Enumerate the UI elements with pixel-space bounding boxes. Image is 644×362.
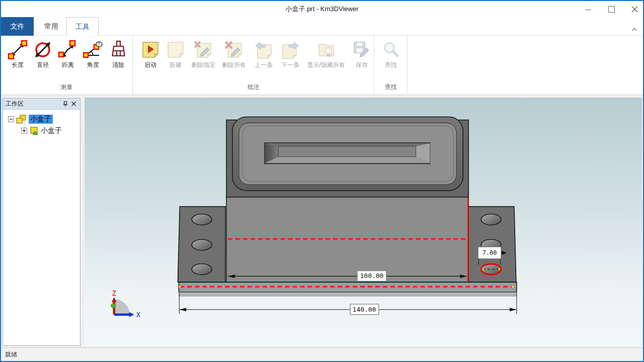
diameter-button[interactable]: 直径 — [30, 36, 55, 82]
note-delete-icon — [193, 40, 213, 59]
annotation-next-button[interactable]: 下一条 — [278, 36, 302, 82]
part-icon — [29, 126, 39, 136]
app-window: 小盒子.prt - Km3DViewer 文件 常用 工具 — [0, 0, 644, 362]
annotation-save-button[interactable]: 保存 — [350, 36, 374, 82]
annotate-group-label: 批注 — [133, 82, 374, 95]
maximize-button[interactable] — [608, 6, 615, 13]
dimension-100-label: 100.00 — [360, 272, 384, 280]
find-group-label: 查找 — [374, 82, 407, 95]
axis-z-label: Z — [112, 289, 116, 297]
ribbon-group-measure: 长度 直径 — [1, 36, 133, 95]
tree-item-root[interactable]: 小盒子 — [8, 114, 53, 124]
annotation-delete-selected-button[interactable]: 删除指定 — [188, 36, 219, 82]
annotation-new-button[interactable]: 新建 — [163, 36, 188, 82]
tab-file[interactable]: 文件 — [1, 17, 34, 36]
status-bar: 就绪 — [1, 347, 643, 361]
tree-item-child[interactable]: 小盒子 — [21, 126, 62, 136]
note-new-icon — [166, 40, 186, 59]
close-icon — [631, 6, 638, 13]
note-delete-all-icon — [224, 40, 244, 59]
window-title: 小盒子.prt - Km3DViewer — [1, 1, 643, 17]
chevron-up-icon — [632, 27, 637, 32]
maximize-icon — [608, 6, 615, 13]
main-area: 工作区 — [1, 95, 643, 347]
close-button[interactable] — [631, 6, 638, 13]
title-bar: 小盒子.prt - Km3DViewer — [1, 1, 643, 17]
expand-expander-icon[interactable] — [21, 128, 27, 134]
distance-measure-icon — [58, 40, 78, 59]
collapse-expander-icon[interactable] — [8, 116, 14, 122]
workspace-tree: 小盒子 小盒子 — [3, 113, 80, 345]
tab-tools[interactable]: 工具 — [66, 17, 99, 36]
note-previous-icon — [254, 40, 274, 59]
note-play-icon — [140, 40, 160, 59]
annotation-delete-all-button[interactable]: 删除所有 — [219, 36, 250, 82]
note-next-icon — [280, 40, 300, 59]
workspace-panel-header: 工作区 — [3, 99, 80, 110]
close-panel-button[interactable] — [69, 100, 77, 108]
axis-x-label: X — [136, 311, 141, 319]
distance-button[interactable]: 距离 — [55, 36, 80, 82]
status-text: 就绪 — [5, 350, 17, 359]
close-panel-icon — [71, 101, 76, 107]
annotation-previous-button[interactable]: 上一条 — [250, 36, 278, 82]
tree-item-child-label[interactable]: 小盒子 — [41, 126, 62, 135]
diameter-measure-icon — [33, 40, 53, 59]
ribbon-group-find: 查找 查找 — [374, 36, 408, 95]
folder-bulb-icon — [316, 40, 336, 59]
annotation-start-button[interactable]: 启动 — [138, 36, 163, 82]
angle-button[interactable]: 角度 — [80, 36, 106, 82]
clear-button[interactable]: 清除 — [106, 36, 131, 82]
ribbon: 长度 直径 — [1, 36, 643, 95]
collapse-ribbon-button[interactable] — [632, 25, 637, 30]
workspace-panel: 工作区 — [3, 98, 80, 346]
search-icon — [381, 40, 401, 59]
pin-icon — [62, 101, 68, 107]
assembly-icon — [16, 115, 27, 124]
tree-item-root-label[interactable]: 小盒子 — [29, 115, 53, 124]
measure-group-label: 测量 — [1, 82, 132, 95]
dimension-7-label: 7.00 — [482, 249, 497, 256]
part-small-box[interactable] — [178, 117, 517, 296]
clear-measure-icon — [108, 40, 128, 59]
length-button[interactable]: 长度 — [5, 36, 30, 82]
tab-home[interactable]: 常用 — [37, 17, 65, 36]
workspace-panel-title: 工作区 — [6, 100, 61, 108]
ribbon-tab-bar: 文件 常用 工具 — [1, 17, 643, 36]
minimize-icon — [585, 10, 591, 10]
length-measure-icon — [8, 40, 28, 59]
find-button[interactable]: 查找 — [378, 36, 404, 82]
dimension-140-label: 140.00 — [353, 306, 376, 313]
annotation-show-hide-all-button[interactable]: 显示/隐藏所有 — [302, 36, 350, 82]
3d-scene: 100.00 140.00 7.00 — [85, 98, 642, 347]
minimize-button[interactable] — [585, 6, 592, 13]
save-note-icon — [352, 40, 372, 59]
ribbon-group-annotate: 启动 新建 — [133, 36, 374, 95]
pin-panel-button[interactable] — [61, 100, 69, 108]
3d-viewport[interactable]: 100.00 140.00 7.00 — [85, 98, 642, 347]
angle-measure-icon — [83, 40, 103, 59]
